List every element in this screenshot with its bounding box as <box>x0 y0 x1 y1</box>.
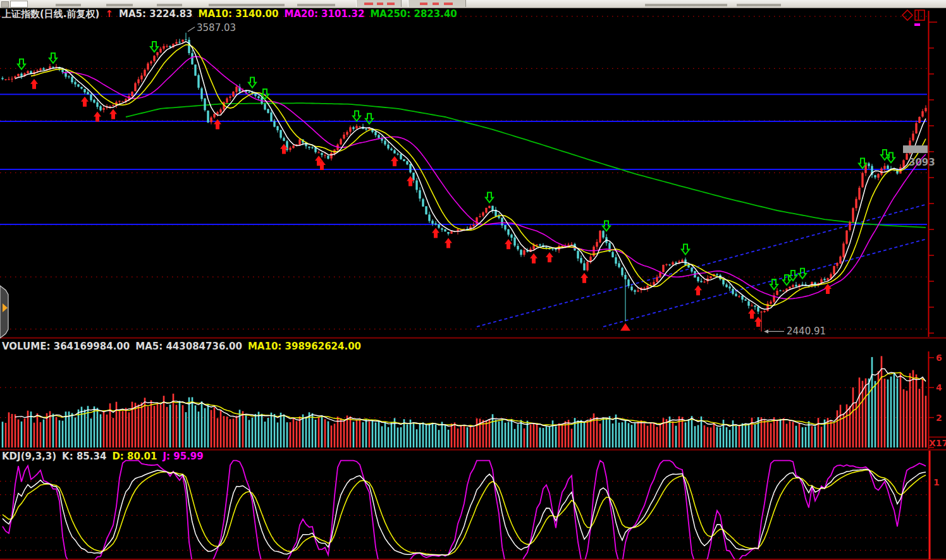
triangle-marker-icon <box>620 323 630 331</box>
volume-bars[interactable] <box>2 356 927 447</box>
ma10-line <box>31 45 926 306</box>
kdj-d-value: D: 80.01 <box>112 451 157 462</box>
svg-text:2: 2 <box>936 413 942 423</box>
price-gridlines <box>0 16 927 329</box>
magenta-tick <box>914 23 920 26</box>
sell-arrow-icons <box>18 42 895 289</box>
signal-up-icon: ↑ <box>105 8 113 20</box>
kdj-k-line <box>3 469 926 555</box>
kdj-header: KDJ(9,3,3)K: 85.34D: 80.01J: 95.99 <box>2 451 209 462</box>
kdj-axis-label: 1 <box>933 477 940 487</box>
ma10-value: MA10: 3140.00 <box>199 8 279 20</box>
volume-axis: 642X17 <box>928 351 946 449</box>
volume-value: VOLUME: 364169984.00 <box>2 341 130 352</box>
candles-layer[interactable] <box>1 33 926 332</box>
volume-ma5-value: MA5: 443084736.00 <box>135 341 242 352</box>
price-axis <box>928 11 937 337</box>
kdj-k-value: K: 85.34 <box>62 451 106 462</box>
peak-price-label: 3587.03 <box>197 22 236 33</box>
price-badge-label: 3093 <box>909 157 935 168</box>
kdj-title: KDJ(9,3,3) <box>2 451 56 462</box>
svg-text:6: 6 <box>936 353 942 363</box>
chart-canvas[interactable]: 3587.032440.913093642X171 <box>0 0 946 560</box>
svg-text:4: 4 <box>936 382 942 393</box>
symbol-title: 上证指数(日线.前复权) <box>2 8 99 20</box>
trough-price-label: 2440.91 <box>787 326 826 337</box>
ma20-value: MA20: 3101.32 <box>284 8 364 20</box>
ma5-value: MA5: 3224.83 <box>119 8 193 20</box>
kdj-d-line <box>3 470 926 555</box>
ma250-value: MA250: 2823.40 <box>370 8 457 20</box>
price-badge <box>903 145 928 153</box>
volume-header: VOLUME: 364169984.00MA5: 443084736.00MA1… <box>2 341 367 352</box>
volume-ma10-value: MA10: 398962624.00 <box>248 341 361 352</box>
window-icon[interactable] <box>915 10 924 20</box>
diamond-icon[interactable] <box>902 10 912 20</box>
buy-arrow-icons <box>30 79 832 327</box>
kdj-j-value: J: 95.99 <box>163 451 204 462</box>
pane-separator <box>0 338 946 339</box>
kdj-gridlines <box>0 481 928 550</box>
main-chart-header: 上证指数(日线.前复权)↑MA5: 3224.83MA10: 3140.00MA… <box>2 8 463 20</box>
panel-expand-tab[interactable] <box>0 286 8 338</box>
volume-ma10-line <box>31 372 926 426</box>
ma20-line <box>63 56 926 298</box>
volume-unit-label: X17 <box>929 438 946 448</box>
app-window: 3587.032440.913093642X171 上证指数(日线.前复权)↑M… <box>0 0 946 560</box>
